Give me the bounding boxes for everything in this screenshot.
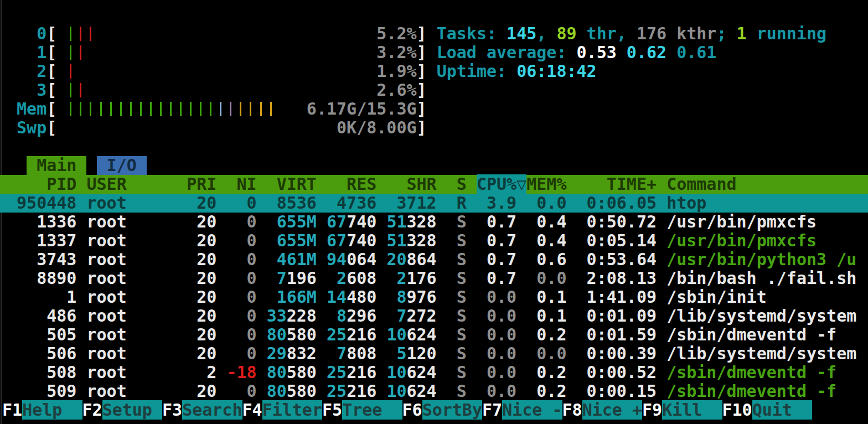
stats-segment: 176 kthr [637, 24, 717, 43]
fn-action-setup[interactable]: Setup [102, 400, 162, 420]
cell-user: root [87, 212, 187, 231]
stats-segment: Load average: [437, 43, 577, 62]
column-header-shr[interactable]: SHR [386, 174, 456, 194]
column-header-pri[interactable]: PRI [187, 174, 226, 194]
cell-virt: 580 [287, 381, 317, 401]
cell-ni: 0 [226, 325, 266, 344]
fn-key-f7[interactable]: F7 [482, 400, 502, 420]
meter-open-bracket: [ [46, 61, 56, 81]
fn-key-f1[interactable]: F1 [2, 400, 22, 420]
cpu-2-meter: 2[1.9%]Uptime: 06:18:42 [7, 62, 868, 81]
fn-key-f10[interactable]: F10 [722, 400, 752, 420]
process-row[interactable]: 8890 root 20 0 7196 2608 2176 S 0.7 0.0 … [7, 269, 868, 288]
fn-action-quit[interactable]: Quit [752, 400, 812, 420]
cell-res: 4736 [337, 193, 376, 213]
fn-key-f6[interactable]: F6 [402, 400, 422, 420]
fn-action-tree[interactable]: Tree [342, 400, 402, 420]
meter-bar-green [100, 102, 102, 116]
stats-segment: 89 [556, 24, 576, 43]
meter-bar-green [70, 102, 71, 116]
process-row[interactable]: 950448 root 20 0 8536 4736 3712 R 3.9 0.… [0, 194, 868, 213]
process-row[interactable]: 1 root 20 0 166M 14480 8976 S 0.0 0.1 1:… [7, 288, 868, 307]
cell-res: 7 [337, 344, 347, 363]
meter-bar-green [170, 102, 172, 116]
fn-key-f2[interactable]: F2 [82, 400, 102, 420]
fn-key-f3[interactable]: F3 [162, 400, 182, 420]
cell-mem: 0.2 [526, 325, 566, 344]
meter-bar-yellow [240, 102, 241, 116]
cell-pri: 20 [187, 306, 226, 325]
cell-shr: 624 [407, 325, 437, 344]
fn-action-sortby[interactable]: SortBy [422, 400, 482, 420]
process-row[interactable]: 505 root 20 0 80580 25216 10624 S 0.0 0.… [7, 325, 868, 344]
column-header-command[interactable]: Command [666, 174, 736, 194]
process-row[interactable]: 509 root 20 0 80580 25216 10624 S 0.0 0.… [7, 382, 868, 401]
fn-key-f5[interactable]: F5 [322, 400, 342, 420]
cell-state: S [437, 381, 477, 401]
stats-segment: running [747, 24, 827, 43]
column-header-time[interactable]: TIME+ [567, 174, 667, 194]
fn-action-kill[interactable]: Kill [662, 400, 722, 420]
cell-user: root [87, 287, 187, 307]
load-average-line: Load average: 0.53 0.62 0.61 [437, 43, 717, 62]
fn-action-filter[interactable]: Filter [262, 400, 322, 420]
cell-command: /lib/systemd/system [666, 344, 856, 363]
column-header-res[interactable]: RES [327, 174, 386, 194]
cell-time: 0:50.72 [567, 212, 667, 231]
tab-main[interactable]: Main [27, 156, 86, 175]
cell-cpu: 0.7 [477, 212, 526, 231]
fn-key-f9[interactable]: F9 [642, 400, 662, 420]
process-row[interactable]: 486 root 20 0 33228 8296 7272 S 0.0 0.1 … [7, 307, 868, 325]
fn-action-help[interactable]: Help [22, 400, 82, 420]
cell-mem: 0.4 [526, 231, 566, 250]
fn-action-nice-[interactable]: Nice - [502, 400, 562, 420]
meter-bar-green [70, 83, 71, 97]
cell-mem: 0.6 [526, 250, 566, 269]
cell-command: /bin/bash ./fail.sh [666, 268, 856, 288]
column-header-mem[interactable]: MEM% [526, 174, 566, 194]
cell-shr: 51 [386, 212, 406, 231]
cell-cpu: 0.7 [477, 250, 526, 269]
cell-user: root [87, 268, 187, 288]
cell-shr: 328 [407, 212, 437, 231]
cell-mem: 0.4 [526, 212, 566, 231]
cell-pid: 3743 [7, 250, 76, 269]
column-header-pid[interactable]: PID [7, 174, 87, 194]
cell-ni: 0 [226, 306, 266, 325]
fn-key-f8[interactable]: F8 [562, 400, 582, 420]
cell-time: 0:00.52 [567, 363, 667, 382]
process-row[interactable]: 1337 root 20 0 655M 67740 51328 S 0.7 0.… [7, 231, 868, 250]
meter-open-bracket: [ [46, 99, 56, 118]
cell-state: S [437, 268, 477, 288]
column-header-cpu[interactable]: CPU%▽ [477, 174, 526, 194]
process-row[interactable]: 3743 root 20 0 461M 94064 20864 S 0.7 0.… [7, 250, 868, 269]
cell-virt: 7 [277, 268, 287, 288]
cell-virt: 166M [277, 287, 317, 307]
cell-res: 25 [327, 325, 347, 344]
tab-io[interactable]: I/O [97, 156, 147, 175]
cell-pri: 20 [187, 212, 226, 231]
cell-virt: 80 [267, 363, 287, 382]
column-header-user[interactable]: USER [87, 174, 187, 194]
fn-action-search[interactable]: Search [182, 400, 242, 420]
cell-res: 2 [337, 268, 347, 288]
cell-shr: 176 [407, 268, 437, 288]
column-header-ni[interactable]: NI [226, 174, 266, 194]
cell-shr: 7 [396, 306, 406, 325]
meter-close-bracket: ] [417, 43, 427, 62]
stats-segment: 0.53 [577, 43, 627, 62]
process-row[interactable]: 508 root 2 -18 80580 25216 10624 S 0.0 0… [7, 363, 868, 382]
cell-res: 25 [327, 363, 347, 382]
cell-ni: 0 [226, 268, 266, 288]
cell-ni: -18 [226, 363, 266, 382]
fn-key-f4[interactable]: F4 [242, 400, 262, 420]
cell-shr: 272 [407, 306, 437, 325]
process-row[interactable]: 1336 root 20 0 655M 67740 51328 S 0.7 0.… [7, 213, 868, 231]
cell-cpu: 0.7 [477, 231, 526, 250]
fn-action-nice+[interactable]: Nice + [582, 400, 642, 420]
column-header-virt[interactable]: VIRT [267, 174, 327, 194]
process-row[interactable]: 506 root 20 0 29832 7808 5120 S 0.0 0.0 … [7, 344, 868, 363]
column-header-state[interactable]: S [457, 174, 477, 194]
meter-bar-red [80, 45, 81, 60]
cpu-0-meter-label: 0 [7, 24, 46, 43]
